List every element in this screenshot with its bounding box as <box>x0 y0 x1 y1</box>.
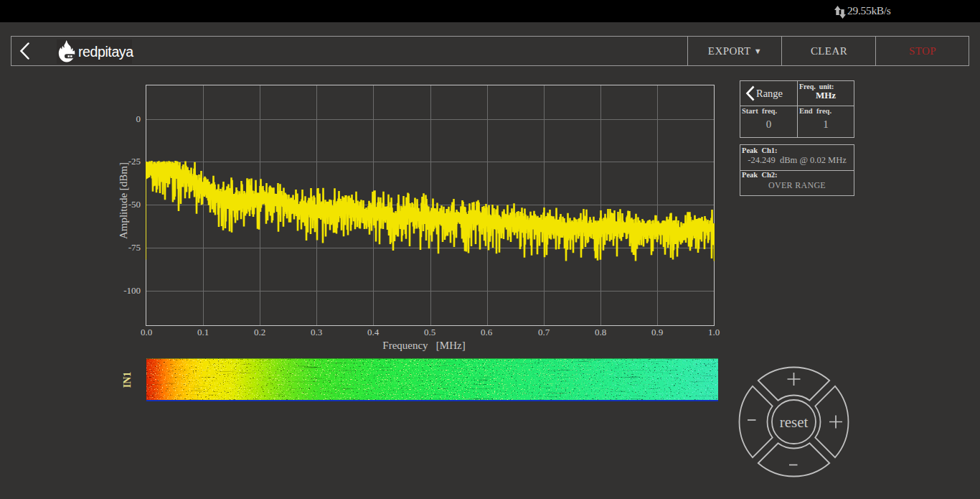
svg-text:reset: reset <box>780 414 809 431</box>
